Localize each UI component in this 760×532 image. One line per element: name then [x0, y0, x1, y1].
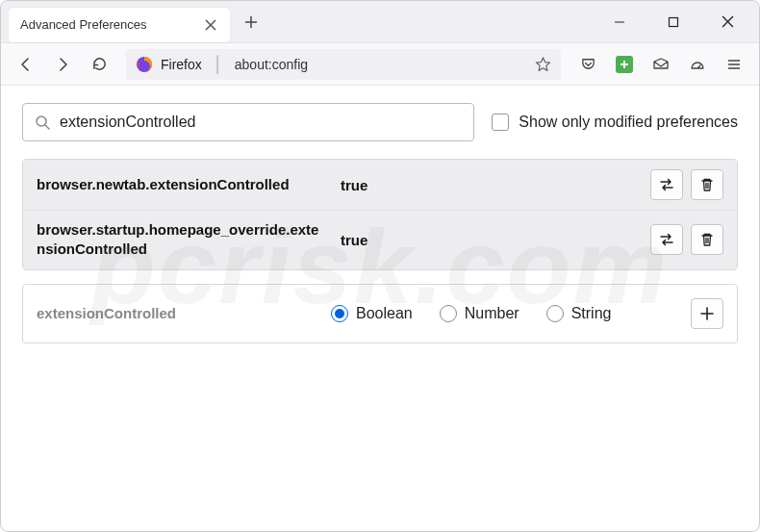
reload-button[interactable] — [84, 49, 114, 80]
radio-button[interactable] — [546, 305, 564, 322]
row-actions — [650, 224, 723, 255]
inbox-icon[interactable] — [646, 49, 676, 80]
preference-name: browser.startup.homepage_override.extens… — [37, 220, 325, 260]
new-preference-row: extensionControlled Boolean Number Strin… — [22, 284, 738, 343]
about-config-content: Show only modified preferences browser.n… — [1, 86, 759, 361]
show-modified-label: Show only modified preferences — [519, 114, 738, 131]
delete-button[interactable] — [691, 169, 723, 200]
show-modified-checkbox-wrap[interactable]: Show only modified preferences — [492, 114, 738, 131]
close-window-button[interactable] — [709, 7, 746, 38]
urlbar-separator: │ — [214, 56, 223, 73]
row-actions — [650, 169, 723, 200]
urlbar-url: about:config — [235, 57, 527, 72]
show-modified-checkbox[interactable] — [492, 114, 509, 131]
window-controls — [601, 7, 751, 38]
back-button[interactable] — [11, 49, 41, 80]
svg-rect-0 — [670, 17, 678, 26]
search-input[interactable] — [60, 114, 462, 131]
browser-tab[interactable]: Advanced Preferences — [9, 8, 230, 42]
new-preference-name: extensionControlled — [37, 305, 316, 321]
search-box[interactable] — [22, 103, 474, 141]
urlbar-identity-label: Firefox — [161, 57, 202, 72]
dashboard-icon[interactable] — [682, 49, 713, 80]
radio-label: String — [571, 305, 612, 322]
preference-row: browser.newtab.extensionControlled true — [23, 160, 737, 211]
search-row: Show only modified preferences — [22, 103, 738, 141]
toggle-button[interactable] — [650, 224, 683, 255]
radio-label: Number — [465, 305, 519, 322]
radio-string[interactable]: String — [546, 305, 612, 322]
toolbar: Firefox │ about:config — [1, 43, 759, 86]
preference-name: browser.newtab.extensionControlled — [37, 175, 325, 194]
browser-window: Advanced Preferences — [0, 0, 760, 532]
preference-value: true — [341, 232, 635, 248]
preference-list: browser.newtab.extensionControlled true … — [22, 159, 738, 270]
extension-icon[interactable] — [609, 49, 640, 80]
delete-button[interactable] — [691, 224, 723, 255]
maximize-button[interactable] — [655, 7, 692, 38]
radio-number[interactable]: Number — [440, 305, 519, 322]
menu-button[interactable] — [719, 49, 749, 80]
preference-value: true — [341, 177, 635, 193]
forward-button[interactable] — [47, 49, 78, 80]
bookmark-star-icon[interactable] — [535, 56, 551, 72]
radio-button[interactable] — [331, 305, 348, 322]
url-bar[interactable]: Firefox │ about:config — [126, 49, 561, 80]
pocket-icon[interactable] — [572, 49, 603, 80]
radio-button[interactable] — [440, 305, 457, 322]
tab-title: Advanced Preferences — [20, 17, 193, 32]
type-radio-group: Boolean Number String — [331, 305, 675, 322]
preference-row: browser.startup.homepage_override.extens… — [23, 211, 737, 269]
minimize-button[interactable] — [601, 7, 638, 38]
titlebar: Advanced Preferences — [1, 1, 759, 43]
add-preference-button[interactable] — [691, 298, 723, 329]
close-tab-button[interactable] — [203, 17, 218, 33]
toggle-button[interactable] — [650, 169, 683, 200]
new-tab-button[interactable] — [238, 9, 265, 36]
radio-boolean[interactable]: Boolean — [331, 305, 413, 322]
radio-label: Boolean — [356, 305, 413, 322]
search-icon — [35, 114, 50, 130]
firefox-logo-icon — [136, 56, 153, 73]
